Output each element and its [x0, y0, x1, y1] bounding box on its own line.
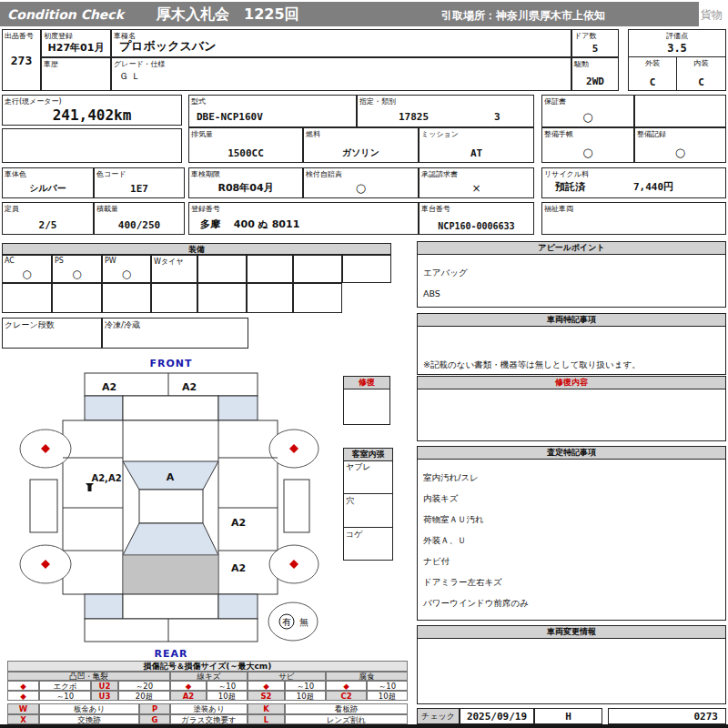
fuel-cell: 燃料 ガソリン — [303, 127, 419, 163]
change-info-title: 車両変更情報 — [418, 626, 725, 639]
displacement-value: 1500CC — [189, 147, 302, 159]
recycle-label: リサイクル料 — [544, 169, 589, 179]
color-code-value: 1E7 — [95, 183, 184, 195]
assessment-item: 荷物室ＡＵ汚れ — [423, 514, 529, 525]
check-inspector-cell: H — [534, 708, 602, 724]
inspection-cell: 車検期限 R08年04月 — [188, 167, 303, 198]
approval-label: 承認請求書 — [421, 169, 458, 179]
assessment-notes-title: 査定特記事項 — [418, 447, 725, 460]
warranty-empty-cell — [634, 95, 726, 127]
right-side-step — [284, 480, 309, 532]
legend-code-u2: U2 — [91, 681, 118, 691]
capacity-cell: 定員 2/5 — [2, 202, 94, 235]
exterior-grade-cell: 外装 C — [629, 57, 677, 91]
warranty-mark: ○ — [542, 110, 633, 124]
color-code-cell: 色コード 1E7 — [94, 167, 185, 198]
cabin-row-tear-label: ヤブレ — [346, 461, 371, 473]
front-label: FRONT — [149, 358, 192, 369]
body-color-value: シルバー — [3, 182, 93, 195]
insurance-label: 検付自賠責 — [306, 169, 342, 179]
legend-cell: ～10 — [285, 681, 326, 691]
equipment-cell-empty — [293, 283, 342, 313]
equipment-wtire-label: Wタイヤ — [154, 257, 183, 267]
legend-cell: レンズ割れ — [285, 714, 408, 724]
equipment-ps-label: PS — [55, 257, 64, 265]
assessment-notes-panel: 査定特記事項 室内汚れ/スレ 内装キズ 荷物室ＡＵ汚れ 外装Ａ、Ｕ ナビ付 ドア… — [417, 446, 726, 621]
legend-title: 損傷記号＆損傷サイズ(～最大cm) — [7, 661, 408, 672]
damage-diamond-icon: ◆ — [170, 681, 207, 691]
legend-code-x: X — [7, 714, 39, 724]
maintenance-book-mark: ○ — [542, 146, 633, 159]
legend-cell: 10超 — [285, 691, 326, 701]
exterior-value: C — [629, 76, 676, 88]
assessment-item: ドアミラー左右キズ — [423, 577, 529, 588]
inspection-label: 車検期限 — [191, 169, 220, 179]
cargo-tag: 貨物 — [701, 7, 723, 23]
legend-cell: 板金あり — [39, 703, 139, 714]
equipment-pw-mark: ○ — [103, 268, 150, 280]
displacement-label: 排気量 — [191, 129, 213, 139]
equipment-header: 装備 — [2, 243, 391, 255]
legend-code-k: K — [248, 703, 285, 714]
mark-left-front-door: A2,A2 — [91, 473, 121, 483]
odometer-label: 走行(現メーター) — [5, 96, 62, 106]
legend-code-c2: C2 — [326, 691, 367, 701]
doors-label: ドア数 — [574, 31, 596, 41]
car-damage-diagram: FRONT REAR A2 A2 A2,A2 A A2 A2 有 無 — [0, 353, 337, 672]
check-date-cell: 2025/09/19 — [460, 708, 534, 724]
bottom-border-bar — [0, 724, 728, 728]
interior-label: 内装 — [677, 58, 725, 68]
approval-cell: 承認請求書 × — [419, 167, 534, 198]
damage-diamond-icon: ◆ — [326, 681, 367, 691]
equipment-pw-label: PW — [105, 257, 116, 265]
crane-label: クレーン段数 — [5, 319, 55, 331]
cabin-lining-box: 客室内張 ヤブレ 穴 コゲ — [343, 448, 393, 561]
legend-code-w: W — [7, 703, 39, 714]
rear-label: REAR — [155, 648, 188, 660]
registration-number-cell: 登録番号 多摩 400 ぬ 8011 — [188, 202, 419, 235]
odometer-extra-cell — [2, 128, 182, 163]
registration-number-label: 登録番号 — [191, 204, 220, 214]
damage-diamond-icon: ◆ — [7, 681, 39, 691]
condition-check-logo: Condition Check — [7, 7, 124, 22]
repair-mini-title: 修復 — [344, 377, 389, 389]
equipment-cell-empty — [102, 283, 151, 313]
repair-mini-box: 修復 — [343, 376, 390, 425]
displacement-cell: 排気量 1500CC — [188, 127, 303, 163]
exterior-label: 外装 — [629, 58, 676, 68]
lot-number-label: 出品番号 — [5, 31, 34, 41]
insurance-cell: 検付自賠責 ○ — [303, 167, 419, 198]
equipment-ps-mark: ○ — [53, 268, 101, 280]
history-cell: 車歴 — [41, 57, 111, 91]
equipment-cell-ps: PS ○ — [52, 255, 102, 283]
legend-cell: ～20 — [118, 681, 170, 691]
crane-cell: クレーン段数 — [2, 318, 102, 349]
equipment-cell-empty — [293, 255, 342, 283]
damage-diamond-icon: ◆ — [248, 681, 285, 691]
maintenance-book-label: 整備手帳 — [544, 129, 573, 139]
check-label-cell: チェック — [417, 708, 460, 724]
luggage-area — [123, 555, 218, 594]
load-value: 400/250 — [95, 219, 184, 231]
model-code-cell: 型式 DBE-NCP160V — [188, 95, 357, 127]
change-info-panel: 車両変更情報 — [417, 625, 726, 704]
mark-right-quarter: A2 — [231, 562, 246, 574]
capacity-label: 定員 — [5, 204, 19, 214]
model-code-value: DBE-NCP160V — [189, 111, 356, 123]
grade-label: グレード・仕様 — [114, 59, 166, 69]
load-cell: 積載量 400/250 — [94, 202, 185, 235]
appeal-points-list: エアバッグ ABS ETC バックカメラ付き — [423, 257, 494, 308]
score-label: 評価点 — [629, 31, 725, 41]
equipment-cell-pw: PW ○ — [102, 255, 151, 283]
equipment-cell-empty — [247, 283, 293, 313]
body-color-cell: 車体色 シルバー — [2, 167, 94, 198]
legend-cell: エクボ — [39, 681, 91, 691]
equipment-cell-empty — [2, 283, 52, 313]
warranty-label: 保証書 — [544, 96, 566, 106]
lot-number-cell: 出品番号 273 — [2, 29, 41, 91]
class-no2-value: 3 — [494, 111, 500, 123]
legend-group-rust: サビ — [248, 672, 326, 681]
cabin-row-tear: ヤブレ — [344, 460, 392, 494]
vehicle-notes-footnote: ※記載のない書類・機器等は無しとして取り扱います。 — [423, 359, 641, 371]
mark-front-bumper-right: A2 — [182, 381, 197, 393]
